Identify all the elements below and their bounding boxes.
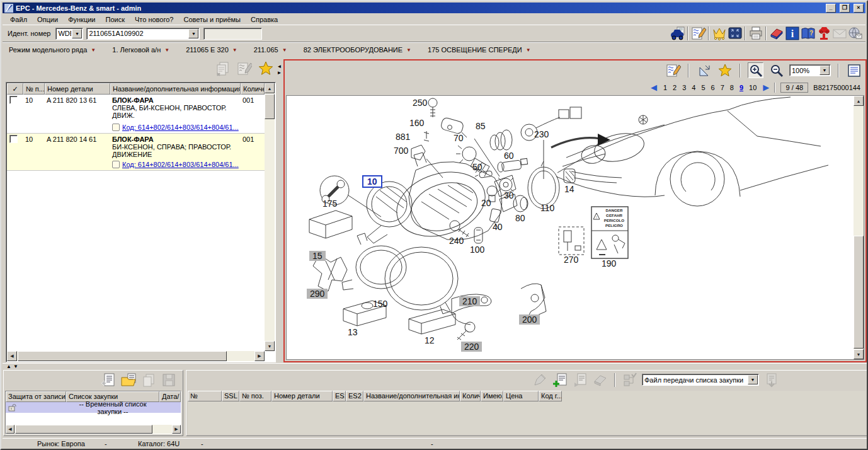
maximize-button[interactable]: ❐	[840, 4, 850, 13]
code-link[interactable]: Код: 614+802/614+803/614+804/61...	[122, 124, 239, 131]
expand-down-icon[interactable]: ▼	[13, 364, 18, 369]
table-row[interactable]: 10 A 211 820 14 61 БЛОК-ФАРА БИ-КСЕНОН, …	[7, 134, 265, 171]
page-number[interactable]: 6	[711, 84, 715, 91]
breadcrumb[interactable]: Режим модельного ряда▼	[9, 46, 96, 54]
part-callout[interactable]: 12	[425, 335, 435, 345]
prev-page-icon[interactable]: ◀	[651, 83, 657, 91]
part-callout[interactable]: 100	[470, 245, 484, 255]
part-callout[interactable]: 175	[323, 199, 337, 209]
menu-item[interactable]: Справка	[246, 14, 283, 25]
purchase-table-body[interactable]	[188, 401, 865, 434]
eraser-icon[interactable]	[768, 26, 784, 42]
notes-edit-icon[interactable]	[665, 62, 681, 78]
breadcrumb[interactable]: 211.065▼	[254, 46, 287, 54]
vertical-splitter[interactable]: ◄ ►	[276, 59, 283, 362]
scroll-right-icon[interactable]: ▶	[172, 425, 181, 434]
delete-entry-icon[interactable]	[592, 372, 608, 388]
zoom-out-icon[interactable]	[768, 62, 784, 78]
save-list-icon[interactable]	[161, 372, 176, 388]
part-callout[interactable]: 13	[348, 327, 358, 337]
copy-parts-icon[interactable]	[215, 61, 231, 76]
page-number[interactable]: 7	[721, 84, 724, 91]
page-number[interactable]: 9	[740, 84, 743, 91]
scroll-down-icon[interactable]: ▼	[854, 349, 864, 359]
scroll-thumb[interactable]	[265, 94, 275, 119]
part-callout[interactable]: 30	[504, 190, 514, 200]
zoom-in-icon[interactable]	[748, 62, 763, 78]
part-callout[interactable]: 14	[564, 184, 574, 194]
table-row[interactable]: 10 A 211 820 13 61 БЛОК-ФАРА СЛЕВА, БИ-К…	[7, 95, 265, 134]
horizontal-splitter[interactable]: ▲ ▼	[3, 363, 868, 370]
part-callout[interactable]: 190	[602, 258, 616, 268]
pan-zoom-icon[interactable]	[696, 62, 712, 78]
part-callout[interactable]: 70	[454, 133, 464, 143]
new-list-icon[interactable]	[100, 372, 116, 388]
page-number[interactable]: 2	[673, 84, 677, 91]
page-number[interactable]: 10	[749, 84, 757, 91]
parts-vertical-scrollbar[interactable]: ▲ ▼	[265, 83, 275, 351]
parts-horizontal-scrollbar[interactable]: ◀ ▶	[7, 351, 265, 361]
collapse-left-icon[interactable]: ◄	[277, 64, 282, 69]
part-callout[interactable]: 881	[396, 132, 410, 142]
part-callout[interactable]: 200	[519, 314, 540, 325]
page-number[interactable]: 1	[663, 84, 667, 91]
minimize-button[interactable]: _	[826, 4, 836, 13]
row-checkbox[interactable]	[9, 135, 18, 143]
part-callout[interactable]: 160	[409, 118, 424, 128]
chevron-down-icon[interactable]: ▼	[406, 47, 411, 53]
collapse-up-icon[interactable]: ▲	[6, 364, 11, 369]
zoom-level-combo[interactable]: 100% ▼	[789, 64, 831, 76]
page-number[interactable]: 8	[730, 84, 734, 91]
help-book-icon[interactable]: ?	[800, 26, 816, 42]
part-callout[interactable]: 110	[540, 203, 554, 213]
workshop-icon[interactable]	[816, 26, 831, 42]
part-callout[interactable]: 10	[362, 175, 382, 188]
chevron-down-icon[interactable]: ▼	[188, 29, 198, 38]
send-receive-icon[interactable]	[847, 26, 863, 42]
notes-edit-icon[interactable]	[690, 26, 706, 42]
part-callout[interactable]: 290	[307, 289, 328, 299]
breadcrumb[interactable]: 1. Легковой а/н▼	[112, 46, 169, 54]
next-page-icon[interactable]: ▶	[763, 83, 769, 91]
chevron-down-icon[interactable]: ▼	[72, 29, 82, 38]
copy-entry-icon[interactable]	[572, 372, 588, 388]
part-callout[interactable]: 230	[534, 129, 549, 139]
breadcrumb[interactable]: 211065 E 320▼	[186, 46, 237, 54]
notes-edit-icon[interactable]	[236, 61, 252, 76]
code-link[interactable]: Код: 614+802/614+803/614+804/61...	[122, 161, 239, 168]
scroll-left-icon[interactable]: ◀	[6, 425, 14, 434]
scroll-thumb[interactable]	[854, 236, 864, 349]
part-callout[interactable]: 220	[461, 342, 482, 352]
scroll-up-icon[interactable]: ▲	[265, 83, 275, 93]
menu-item[interactable]: Поиск	[101, 14, 130, 25]
menu-item[interactable]: Файл	[5, 14, 32, 25]
scroll-up-icon[interactable]: ▲	[854, 96, 864, 106]
part-callout[interactable]: 85	[476, 121, 486, 131]
part-callout[interactable]: 270	[564, 255, 578, 265]
scroll-thumb[interactable]	[18, 351, 227, 361]
fullscreen-icon[interactable]	[727, 26, 743, 42]
chevron-down-icon[interactable]: ▼	[232, 47, 237, 53]
diagram-area[interactable]: ! DANGER GEFAHR PERICOLO PELIGRO	[287, 96, 854, 359]
menu-item[interactable]: Функции	[63, 14, 100, 25]
list-item[interactable]: -- Временный список закупки --	[6, 402, 181, 413]
chevron-down-icon[interactable]: ▼	[91, 47, 96, 53]
part-callout[interactable]: 15	[309, 251, 326, 261]
wmi-combo[interactable]: WDB ▼	[55, 28, 83, 40]
part-callout[interactable]: 210	[459, 296, 480, 306]
part-callout[interactable]: 700	[394, 146, 408, 156]
part-callout[interactable]: 40	[493, 222, 503, 232]
copy-list-icon[interactable]	[140, 372, 156, 388]
row-checkbox[interactable]	[9, 96, 18, 104]
expand-right-icon[interactable]: ►	[277, 71, 282, 76]
menu-item[interactable]: Опции	[32, 14, 63, 25]
transfer-list-icon[interactable]	[622, 372, 637, 388]
part-callout[interactable]: 250	[413, 98, 427, 108]
part-callout[interactable]: 50	[472, 162, 483, 172]
edit-entry-icon[interactable]	[532, 372, 547, 388]
page-number[interactable]: 5	[701, 84, 705, 91]
extra-ident-field[interactable]	[203, 28, 262, 40]
add-to-list-icon[interactable]	[552, 372, 568, 388]
part-callout[interactable]: 60	[504, 151, 514, 161]
page-number[interactable]: 3	[682, 84, 686, 91]
